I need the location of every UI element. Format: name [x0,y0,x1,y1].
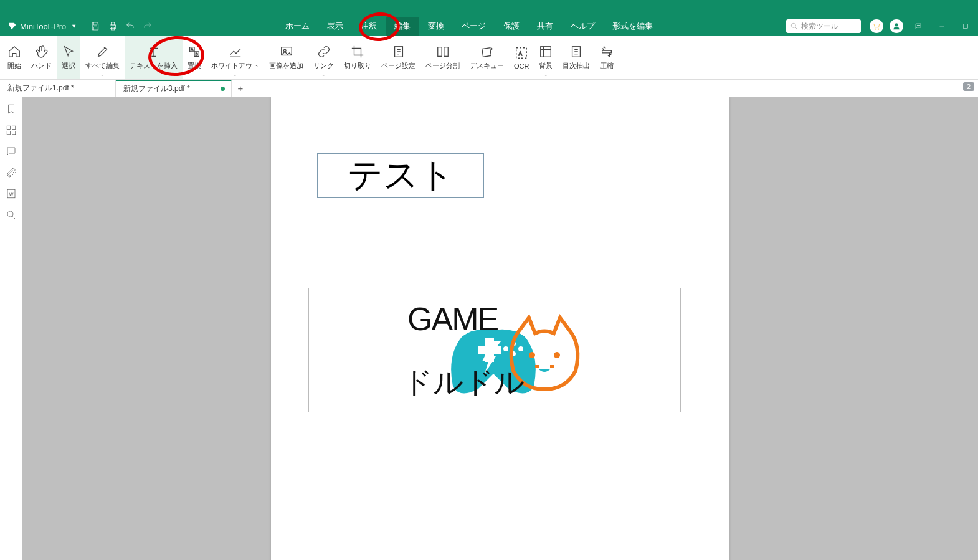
undo-button[interactable] [121,17,139,35]
tab-file-2[interactable]: 新規ファイル3.pdf * [116,80,232,97]
menu-home[interactable]: ホーム [277,17,318,36]
search-icon [790,22,799,31]
svg-rect-21 [602,50,612,53]
tool-label: すべて編集 [85,61,120,70]
inserted-text-box[interactable]: テスト [317,153,484,198]
tool-select[interactable]: 選択 [57,36,80,79]
thumbnails-icon[interactable] [6,125,17,136]
tool-search[interactable]: 検索ツール [786,19,861,33]
replace-icon: AB [188,45,201,59]
tool-label: 背景 [539,61,553,70]
tool-crop[interactable]: 切り取り [339,36,376,79]
tool-label: OCR [514,62,529,70]
tool-link[interactable]: リンク [308,36,339,79]
app-menu-chevron-icon[interactable]: ▼ [71,23,77,29]
tool-label: リンク [313,61,334,70]
menu-edit[interactable]: 編集 [386,17,419,36]
main-menu: ホーム 表示 注釈 編集 変換 ページ 保護 共有 ヘルプ 形式を編集 [156,17,781,36]
minimize-button[interactable] [933,17,951,35]
redo-button[interactable] [139,17,156,35]
svg-rect-8 [964,24,968,29]
svg-point-6 [918,26,919,26]
tool-whiteout[interactable]: ホワイトアウト [206,36,264,79]
tab-label: 新規ファイル3.pdf * [123,83,190,94]
menu-view[interactable]: 表示 [318,17,352,36]
hand-icon [35,45,49,59]
menu-share[interactable]: 共有 [528,17,562,36]
unsaved-dot-icon [221,87,225,91]
svg-rect-15 [444,47,447,57]
inserted-image-box[interactable]: GAME ドルドル [308,288,681,412]
feedback-button[interactable] [909,17,927,35]
svg-rect-0 [110,25,116,28]
tool-label: ページ分割 [425,61,460,70]
tool-label: テキストを挿入 [130,61,178,70]
tab-file-1[interactable]: 新規ファイル1.pdf * [0,80,116,97]
tool-label: ハンド [31,61,52,70]
page-canvas[interactable]: テスト GAME ドルドル [22,97,978,560]
svg-text:A: A [191,47,194,51]
new-tab-button[interactable]: + [232,83,249,93]
page-split-icon [436,45,450,59]
tool-start[interactable]: 開始 [2,36,26,79]
tool-label: 開始 [7,61,21,70]
tool-add-image[interactable]: 画像を追加 [264,36,308,79]
add-image-icon [280,45,293,59]
logo-text-top: GAME [407,300,498,338]
left-sidepanel [0,97,22,560]
svg-point-3 [791,23,795,27]
document-tabbar: 新規ファイル1.pdf * 新規ファイル3.pdf * + 2 [0,80,978,97]
save-button[interactable] [87,17,104,35]
whiteout-icon [229,45,242,59]
print-button[interactable] [104,17,121,35]
tool-label: ページ設定 [381,61,415,70]
ocr-icon: A [515,46,528,60]
search-placeholder: 検索ツール [801,21,838,32]
svg-point-4 [895,23,898,26]
tool-ocr[interactable]: AOCR [509,36,534,79]
menu-convert[interactable]: 変換 [419,17,453,36]
tool-edit-all[interactable]: すべて編集 [80,36,125,79]
logo-graphic: GAME ドルドル [407,300,582,400]
maximize-button[interactable] [957,17,974,35]
tool-deskew[interactable]: デスキュー [465,36,509,79]
svg-text:A: A [519,50,523,56]
cart-button[interactable] [870,19,883,33]
search-panel-icon[interactable] [6,209,17,221]
tool-toc-extract[interactable]: 目次抽出 [558,36,595,79]
svg-text:B: B [196,52,198,56]
workspace: テスト GAME ドルドル [0,97,978,560]
tool-page-split[interactable]: ページ分割 [420,36,465,79]
menu-annotate[interactable]: 注釈 [352,17,386,36]
tool-background[interactable]: 背景 [534,36,558,79]
tool-page-setup[interactable]: ページ設定 [376,36,420,79]
edit-all-icon [96,45,110,59]
tab-label: 新規ファイル1.pdf * [7,83,74,93]
word-export-icon[interactable] [6,188,17,199]
svg-rect-16 [482,48,490,57]
account-button[interactable] [890,19,903,33]
menu-edit-format[interactable]: 形式を編集 [604,17,662,36]
tool-compress[interactable]: 圧縮 [595,36,619,79]
titlebar-right [870,17,974,35]
tool-replace[interactable]: AB置換 [183,36,206,79]
tool-label: 切り取り [344,61,371,70]
comments-icon[interactable] [6,146,17,157]
app-logo[interactable]: MiniTool-Pro ▼ [4,21,80,31]
tool-insert-text[interactable]: テキストを挿入 [125,36,183,79]
svg-point-32 [529,352,535,358]
menu-page[interactable]: ページ [453,17,495,36]
app-name-suffix: -Pro [51,22,67,31]
link-icon [317,45,331,59]
tool-hand[interactable]: ハンド [26,36,57,79]
menu-help[interactable]: ヘルプ [562,17,604,36]
svg-point-27 [7,211,13,217]
edit-toolbar: 開始ハンド選択すべて編集テキストを挿入AB置換ホワイトアウト画像を追加リンク切り… [0,36,978,80]
tool-label: 画像を追加 [269,61,303,70]
svg-rect-23 [12,126,15,129]
pdf-page[interactable]: テスト GAME ドルドル [271,97,729,560]
menu-protect[interactable]: 保護 [495,17,528,36]
attachments-icon[interactable] [6,167,17,178]
bookmark-icon[interactable] [6,103,17,115]
menubar: MiniTool-Pro ▼ ホーム 表示 注釈 編集 変換 ページ 保護 共有… [0,16,978,36]
